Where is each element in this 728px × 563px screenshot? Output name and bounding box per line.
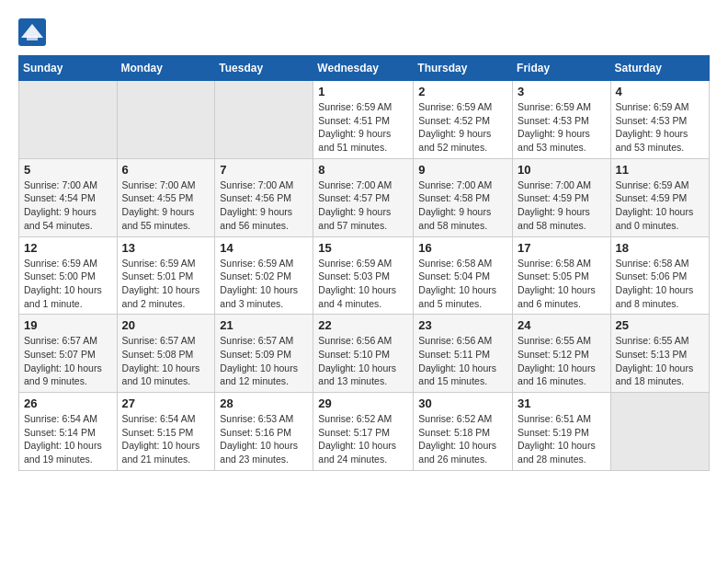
day-number: 24 bbox=[518, 318, 606, 332]
day-number: 19 bbox=[24, 318, 112, 332]
day-number: 17 bbox=[518, 241, 606, 255]
calendar-week-row: 1Sunrise: 6:59 AM Sunset: 4:51 PM Daylig… bbox=[19, 81, 710, 159]
day-number: 1 bbox=[318, 85, 408, 98]
calendar-cell: 6Sunrise: 7:00 AM Sunset: 4:55 PM Daylig… bbox=[117, 158, 215, 236]
calendar-cell: 16Sunrise: 6:58 AM Sunset: 5:04 PM Dayli… bbox=[414, 236, 513, 315]
calendar-cell: 10Sunrise: 7:00 AM Sunset: 4:59 PM Dayli… bbox=[513, 158, 611, 236]
day-info: Sunrise: 7:00 AM Sunset: 4:57 PM Dayligh… bbox=[318, 178, 408, 233]
day-number: 28 bbox=[220, 396, 308, 410]
day-info: Sunrise: 7:00 AM Sunset: 4:54 PM Dayligh… bbox=[24, 178, 112, 233]
page-header bbox=[18, 18, 710, 46]
day-number: 18 bbox=[616, 241, 704, 255]
logo bbox=[18, 18, 50, 46]
day-info: Sunrise: 6:57 AM Sunset: 5:08 PM Dayligh… bbox=[122, 334, 210, 388]
day-info: Sunrise: 6:55 AM Sunset: 5:13 PM Dayligh… bbox=[616, 334, 704, 388]
day-number: 15 bbox=[318, 241, 408, 255]
day-number: 16 bbox=[418, 241, 507, 255]
day-info: Sunrise: 6:59 AM Sunset: 5:01 PM Dayligh… bbox=[122, 257, 210, 311]
day-number: 8 bbox=[318, 163, 408, 177]
calendar-cell: 5Sunrise: 7:00 AM Sunset: 4:54 PM Daylig… bbox=[19, 158, 118, 236]
day-info: Sunrise: 6:51 AM Sunset: 5:19 PM Dayligh… bbox=[518, 412, 606, 466]
calendar-cell: 20Sunrise: 6:57 AM Sunset: 5:08 PM Dayli… bbox=[117, 315, 215, 393]
calendar-cell: 19Sunrise: 6:57 AM Sunset: 5:07 PM Dayli… bbox=[19, 315, 118, 393]
calendar-cell: 9Sunrise: 7:00 AM Sunset: 4:58 PM Daylig… bbox=[414, 158, 513, 236]
day-info: Sunrise: 6:56 AM Sunset: 5:10 PM Dayligh… bbox=[318, 334, 408, 388]
day-number: 30 bbox=[418, 396, 507, 410]
calendar-cell: 26Sunrise: 6:54 AM Sunset: 5:14 PM Dayli… bbox=[19, 393, 118, 471]
calendar-cell: 31Sunrise: 6:51 AM Sunset: 5:19 PM Dayli… bbox=[513, 393, 611, 471]
day-info: Sunrise: 6:59 AM Sunset: 4:52 PM Dayligh… bbox=[418, 100, 507, 155]
day-info: Sunrise: 6:56 AM Sunset: 5:11 PM Dayligh… bbox=[418, 334, 507, 388]
day-number: 12 bbox=[24, 241, 112, 255]
day-number: 11 bbox=[616, 163, 704, 177]
day-header-tuesday: Tuesday bbox=[215, 56, 313, 81]
calendar-cell: 3Sunrise: 6:59 AM Sunset: 4:53 PM Daylig… bbox=[513, 81, 611, 159]
calendar-cell: 25Sunrise: 6:55 AM Sunset: 5:13 PM Dayli… bbox=[610, 315, 709, 393]
calendar-body: 1Sunrise: 6:59 AM Sunset: 4:51 PM Daylig… bbox=[19, 81, 710, 471]
calendar-cell bbox=[215, 81, 313, 159]
calendar-week-row: 5Sunrise: 7:00 AM Sunset: 4:54 PM Daylig… bbox=[19, 158, 710, 236]
calendar-cell: 11Sunrise: 6:59 AM Sunset: 4:59 PM Dayli… bbox=[610, 158, 709, 236]
day-info: Sunrise: 6:53 AM Sunset: 5:16 PM Dayligh… bbox=[220, 412, 308, 466]
day-info: Sunrise: 7:00 AM Sunset: 4:56 PM Dayligh… bbox=[220, 178, 308, 233]
day-info: Sunrise: 6:54 AM Sunset: 5:15 PM Dayligh… bbox=[122, 412, 210, 466]
calendar-cell: 13Sunrise: 6:59 AM Sunset: 5:01 PM Dayli… bbox=[117, 236, 215, 315]
svg-rect-2 bbox=[27, 37, 38, 41]
day-info: Sunrise: 6:59 AM Sunset: 5:00 PM Dayligh… bbox=[24, 257, 112, 311]
day-info: Sunrise: 6:59 AM Sunset: 4:51 PM Dayligh… bbox=[318, 100, 408, 155]
day-number: 2 bbox=[418, 85, 507, 98]
calendar-cell: 17Sunrise: 6:58 AM Sunset: 5:05 PM Dayli… bbox=[513, 236, 611, 315]
day-number: 7 bbox=[220, 163, 308, 177]
day-info: Sunrise: 7:00 AM Sunset: 4:55 PM Dayligh… bbox=[122, 178, 210, 233]
calendar-cell: 1Sunrise: 6:59 AM Sunset: 4:51 PM Daylig… bbox=[313, 81, 414, 159]
day-number: 14 bbox=[220, 241, 308, 255]
day-number: 5 bbox=[24, 163, 112, 177]
day-number: 9 bbox=[418, 163, 507, 177]
calendar-cell: 27Sunrise: 6:54 AM Sunset: 5:15 PM Dayli… bbox=[117, 393, 215, 471]
calendar-cell: 28Sunrise: 6:53 AM Sunset: 5:16 PM Dayli… bbox=[215, 393, 313, 471]
day-header-thursday: Thursday bbox=[414, 56, 513, 81]
day-header-sunday: Sunday bbox=[19, 56, 118, 81]
calendar-cell: 23Sunrise: 6:56 AM Sunset: 5:11 PM Dayli… bbox=[414, 315, 513, 393]
calendar-header-row: SundayMondayTuesdayWednesdayThursdayFrid… bbox=[19, 56, 710, 81]
day-info: Sunrise: 6:55 AM Sunset: 5:12 PM Dayligh… bbox=[518, 334, 606, 388]
day-info: Sunrise: 7:00 AM Sunset: 4:58 PM Dayligh… bbox=[418, 178, 507, 233]
calendar-cell: 22Sunrise: 6:56 AM Sunset: 5:10 PM Dayli… bbox=[313, 315, 414, 393]
day-header-saturday: Saturday bbox=[610, 56, 709, 81]
day-info: Sunrise: 6:58 AM Sunset: 5:05 PM Dayligh… bbox=[518, 257, 606, 311]
calendar-cell: 30Sunrise: 6:52 AM Sunset: 5:18 PM Dayli… bbox=[414, 393, 513, 471]
day-header-wednesday: Wednesday bbox=[313, 56, 414, 81]
day-info: Sunrise: 6:58 AM Sunset: 5:06 PM Dayligh… bbox=[616, 257, 704, 311]
day-number: 20 bbox=[122, 318, 210, 332]
day-number: 4 bbox=[616, 85, 704, 98]
calendar-cell: 24Sunrise: 6:55 AM Sunset: 5:12 PM Dayli… bbox=[513, 315, 611, 393]
day-info: Sunrise: 6:59 AM Sunset: 5:03 PM Dayligh… bbox=[318, 257, 408, 311]
day-info: Sunrise: 6:59 AM Sunset: 4:53 PM Dayligh… bbox=[518, 100, 606, 155]
day-number: 29 bbox=[318, 396, 408, 410]
day-number: 26 bbox=[24, 396, 112, 410]
calendar-cell: 29Sunrise: 6:52 AM Sunset: 5:17 PM Dayli… bbox=[313, 393, 414, 471]
calendar-cell: 8Sunrise: 7:00 AM Sunset: 4:57 PM Daylig… bbox=[313, 158, 414, 236]
calendar-table: SundayMondayTuesdayWednesdayThursdayFrid… bbox=[18, 55, 710, 471]
day-number: 25 bbox=[616, 318, 704, 332]
calendar-week-row: 19Sunrise: 6:57 AM Sunset: 5:07 PM Dayli… bbox=[19, 315, 710, 393]
day-number: 6 bbox=[122, 163, 210, 177]
day-info: Sunrise: 6:57 AM Sunset: 5:07 PM Dayligh… bbox=[24, 334, 112, 388]
day-number: 31 bbox=[518, 396, 606, 410]
day-info: Sunrise: 6:59 AM Sunset: 4:53 PM Dayligh… bbox=[616, 100, 704, 155]
logo-icon bbox=[18, 18, 46, 46]
day-number: 10 bbox=[518, 163, 606, 177]
day-number: 23 bbox=[418, 318, 507, 332]
calendar-cell: 18Sunrise: 6:58 AM Sunset: 5:06 PM Dayli… bbox=[610, 236, 709, 315]
day-info: Sunrise: 6:58 AM Sunset: 5:04 PM Dayligh… bbox=[418, 257, 507, 311]
day-header-monday: Monday bbox=[117, 56, 215, 81]
day-number: 27 bbox=[122, 396, 210, 410]
day-info: Sunrise: 6:54 AM Sunset: 5:14 PM Dayligh… bbox=[24, 412, 112, 466]
day-number: 13 bbox=[122, 241, 210, 255]
day-number: 22 bbox=[318, 318, 408, 332]
day-info: Sunrise: 6:57 AM Sunset: 5:09 PM Dayligh… bbox=[220, 334, 308, 388]
day-info: Sunrise: 6:59 AM Sunset: 5:02 PM Dayligh… bbox=[220, 257, 308, 311]
day-info: Sunrise: 7:00 AM Sunset: 4:59 PM Dayligh… bbox=[518, 178, 606, 233]
day-info: Sunrise: 6:52 AM Sunset: 5:18 PM Dayligh… bbox=[418, 412, 507, 466]
calendar-cell bbox=[117, 81, 215, 159]
